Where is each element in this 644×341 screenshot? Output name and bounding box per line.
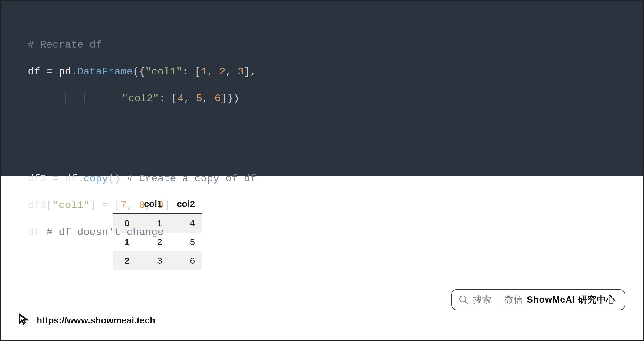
brand-label: ShowMeAI 研究中心 bbox=[527, 293, 616, 306]
table-cell: 6 bbox=[169, 251, 202, 270]
search-pill[interactable]: 搜索 | 微信 ShowMeAI 研究中心 bbox=[451, 289, 625, 310]
svg-line-1 bbox=[465, 301, 468, 304]
footer-link[interactable]: https://www.showmeai.tech bbox=[17, 312, 155, 328]
table-cell: 4 bbox=[169, 214, 202, 233]
wechat-label: 微信 bbox=[504, 293, 523, 306]
code-method: DataFrame bbox=[77, 66, 133, 78]
table-col-header: col2 bbox=[169, 194, 202, 214]
table-cell: 3 bbox=[137, 251, 169, 270]
code-var: df bbox=[28, 66, 40, 78]
table-index-cell: 2 bbox=[113, 251, 137, 270]
footer-url-text: https://www.showmeai.tech bbox=[37, 315, 155, 326]
code-block: # Recrate df df = pd.DataFrame({"col1": … bbox=[1, 1, 643, 176]
cursor-icon bbox=[17, 312, 31, 328]
svg-point-0 bbox=[460, 296, 466, 302]
code-comment: # Recrate df bbox=[28, 39, 102, 51]
search-icon bbox=[458, 295, 469, 305]
divider: | bbox=[497, 295, 499, 305]
table-cell: 5 bbox=[169, 233, 202, 251]
search-label: 搜索 bbox=[473, 293, 491, 306]
table-row: 2 3 6 bbox=[113, 251, 202, 270]
output-area: col1 col2 0 1 4 1 2 5 2 3 6 bbox=[1, 176, 643, 270]
